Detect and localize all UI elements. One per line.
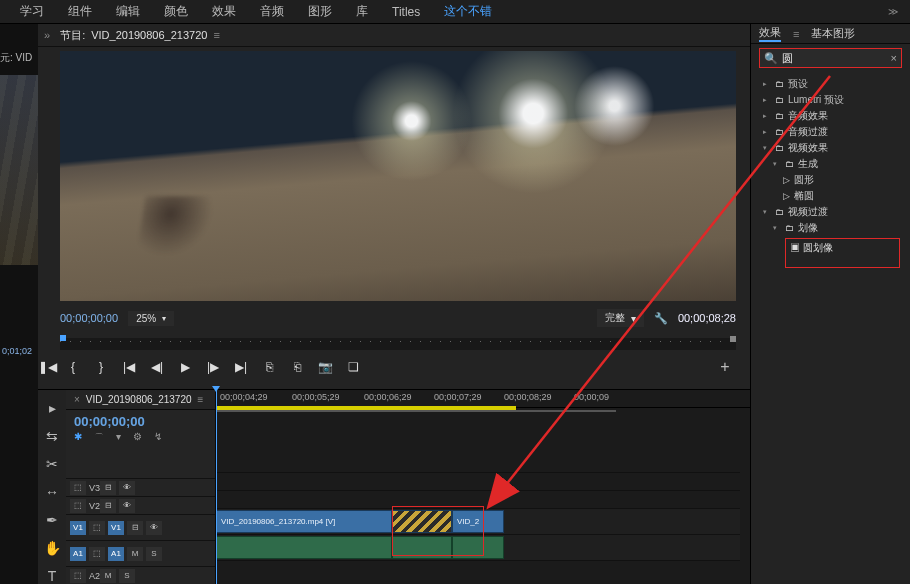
- export-frame-button[interactable]: 📷: [318, 360, 332, 374]
- tree-row-effect[interactable]: ▷圆形: [763, 172, 904, 188]
- track-header-a2[interactable]: ⬚ A2 M S: [66, 566, 215, 584]
- ripple-tool[interactable]: ⇆: [46, 428, 58, 444]
- source-patch-v1[interactable]: V1: [70, 521, 86, 535]
- solo-icon[interactable]: S: [146, 547, 162, 561]
- settings-icon[interactable]: ⚙: [133, 431, 142, 445]
- snap-icon[interactable]: ✱: [74, 431, 82, 445]
- link-icon[interactable]: ⌒: [94, 431, 104, 445]
- tree-row[interactable]: ▾🗀划像: [763, 220, 904, 236]
- toggle-output-a1[interactable]: ⬚: [89, 547, 105, 561]
- ws-custom[interactable]: 这个不错: [444, 3, 492, 20]
- zoom-bar[interactable]: [216, 410, 616, 412]
- ws-audio[interactable]: 音频: [260, 3, 284, 20]
- bracket-out-button[interactable]: }: [94, 360, 108, 374]
- toggle-output-v1[interactable]: ⬚: [89, 521, 105, 535]
- toggle-output-v3[interactable]: ⬚: [70, 481, 86, 495]
- marker-icon[interactable]: ▾: [116, 431, 121, 445]
- audio-clip[interactable]: [392, 536, 452, 559]
- tree-row[interactable]: ▸🗀音频效果: [763, 108, 904, 124]
- hand-tool[interactable]: ✋: [44, 540, 61, 556]
- zoom-select[interactable]: 25% ▾: [128, 311, 174, 326]
- playhead-marker-icon[interactable]: [60, 335, 66, 341]
- track-v2[interactable]: [216, 490, 740, 508]
- track-v1[interactable]: VID_20190806_213720.mp4 [V] VID_2: [216, 508, 740, 534]
- step-back-button[interactable]: ◀|: [150, 360, 164, 374]
- audio-clip[interactable]: [216, 536, 392, 559]
- extract-button[interactable]: ⎗: [290, 360, 304, 374]
- ws-color[interactable]: 颜色: [164, 3, 188, 20]
- wrench-icon[interactable]: ↯: [154, 431, 162, 445]
- ws-titles[interactable]: Titles: [392, 5, 420, 19]
- video-clip[interactable]: VID_2: [452, 510, 504, 533]
- ws-edit[interactable]: 编辑: [116, 3, 140, 20]
- program-mini-ruler[interactable]: [60, 338, 736, 350]
- track-header-v1[interactable]: V1 ⬚ V1 ⊟: [66, 514, 215, 540]
- go-to-in-button[interactable]: |◀: [122, 360, 136, 374]
- ws-assembly[interactable]: 组件: [68, 3, 92, 20]
- track-header-a1[interactable]: A1 ⬚ A1 M S: [66, 540, 215, 566]
- selection-tool[interactable]: ▸: [49, 400, 56, 416]
- bracket-in-button[interactable]: {: [66, 360, 80, 374]
- track-a1[interactable]: [216, 534, 740, 560]
- highlighted-effect-box[interactable]: ▣ 圆划像: [785, 238, 900, 268]
- tab-effects[interactable]: 效果: [759, 25, 781, 42]
- track-v3[interactable]: [216, 472, 740, 490]
- mark-in-button[interactable]: ❚◀: [38, 360, 52, 374]
- type-tool[interactable]: T: [48, 568, 57, 584]
- out-marker-icon[interactable]: [730, 336, 736, 342]
- search-input[interactable]: 圆: [778, 51, 891, 66]
- tree-row-effect[interactable]: ▷椭圆: [763, 188, 904, 204]
- tab-essential-graphics[interactable]: 基本图形: [811, 26, 855, 41]
- track-a2[interactable]: [216, 560, 740, 578]
- toggle-output-v2[interactable]: ⬚: [70, 499, 86, 513]
- ws-graphics[interactable]: 图形: [308, 3, 332, 20]
- playhead[interactable]: [216, 390, 217, 584]
- source-tab[interactable]: 元: VID: [0, 51, 38, 65]
- toggle-sync[interactable]: ⊟: [127, 521, 143, 535]
- track-target-v1[interactable]: V1: [108, 521, 124, 535]
- ws-overflow-icon[interactable]: ≫: [888, 6, 898, 17]
- panel-collapse-icon[interactable]: »: [44, 29, 50, 41]
- track-target-a1[interactable]: A1: [108, 547, 124, 561]
- eye-icon[interactable]: [119, 481, 135, 495]
- play-button[interactable]: ▶: [178, 360, 192, 374]
- tree-row[interactable]: ▸🗀音频过渡: [763, 124, 904, 140]
- video-clip-unrendered[interactable]: [392, 510, 452, 533]
- track-header-v3[interactable]: ⬚ V3 ⊟: [66, 478, 215, 496]
- tree-row[interactable]: ▾🗀生成: [763, 156, 904, 172]
- toggle-output-a2[interactable]: ⬚: [70, 569, 86, 583]
- timeline-tracks[interactable]: 00;00;04;29 00;00;05;29 00;00;06;29 00;0…: [216, 390, 750, 584]
- tree-row[interactable]: ▸🗀Lumetri 预设: [763, 92, 904, 108]
- step-forward-button[interactable]: |▶: [206, 360, 220, 374]
- pen-tool[interactable]: ✒: [46, 512, 58, 528]
- clear-search-icon[interactable]: ×: [891, 52, 897, 64]
- audio-clip[interactable]: [452, 536, 504, 559]
- razor-tool[interactable]: ✂: [46, 456, 58, 472]
- eye-icon[interactable]: [146, 521, 162, 535]
- tree-row[interactable]: ▾🗀视频过渡: [763, 204, 904, 220]
- ws-library[interactable]: 库: [356, 3, 368, 20]
- source-thumbnail[interactable]: [0, 75, 38, 265]
- tree-row[interactable]: ▾🗀视频效果: [763, 140, 904, 156]
- program-timecode-left[interactable]: 00;00;00;00: [60, 312, 118, 324]
- mute-icon[interactable]: M: [127, 547, 143, 561]
- ws-effects[interactable]: 效果: [212, 3, 236, 20]
- sequence-tab[interactable]: × VID_20190806_213720 ≡: [66, 390, 215, 410]
- quality-select[interactable]: 完整 ▾: [597, 309, 644, 327]
- video-clip[interactable]: VID_20190806_213720.mp4 [V]: [216, 510, 392, 533]
- solo-icon[interactable]: S: [119, 569, 135, 583]
- settings-wrench-icon[interactable]: 🔧: [654, 312, 668, 325]
- slip-tool[interactable]: ↔: [45, 484, 59, 500]
- ws-learn[interactable]: 学习: [20, 3, 44, 20]
- source-patch-a1[interactable]: A1: [70, 547, 86, 561]
- add-button[interactable]: +: [718, 358, 732, 376]
- sequence-timecode[interactable]: 00;00;00;00: [66, 410, 215, 431]
- toggle-sync[interactable]: ⊟: [100, 481, 116, 495]
- go-to-out-button[interactable]: ▶|: [234, 360, 248, 374]
- track-header-v2[interactable]: ⬚ V2 ⊟: [66, 496, 215, 514]
- tree-row[interactable]: ▸🗀预设: [763, 76, 904, 92]
- lift-button[interactable]: ⎘: [262, 360, 276, 374]
- compare-button[interactable]: ❏: [346, 360, 360, 374]
- eye-icon[interactable]: [119, 499, 135, 513]
- panel-menu-icon[interactable]: ≡: [213, 29, 219, 41]
